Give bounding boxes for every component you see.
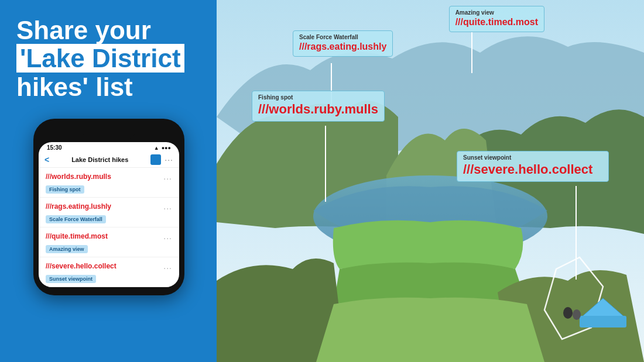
svg-point-4: [573, 309, 581, 320]
item-dots-4[interactable]: ···: [163, 263, 172, 273]
left-panel: Share your 'Lake District hikes' list 15…: [0, 0, 217, 362]
list-item-content-3: ///quite.timed.most Amazing view: [46, 232, 160, 253]
right-panel: Scale Force Waterfall ///rags.eating.lus…: [217, 0, 644, 362]
list-title: Lake District hikes: [53, 156, 147, 163]
phone-body: 15:30 ▲ ●●● < Lake District hikes ···: [33, 119, 184, 295]
phone-list: ///worlds.ruby.mulls Fishing spot ··· //…: [39, 168, 179, 287]
callout-w3w-scale-force: ///rags.eating.lushly: [299, 42, 386, 52]
w3w-address-2: ///rags.eating.lushly: [46, 202, 160, 211]
headline: Share your 'Lake District hikes' list: [16, 16, 184, 101]
tag-3: Amazing view: [46, 245, 88, 253]
phone-notch: [83, 127, 135, 140]
item-dots-1[interactable]: ···: [163, 174, 172, 183]
tag-4: Sunset viewpoint: [46, 275, 96, 283]
connector-sunset: [576, 186, 577, 280]
callout-scale-force: Scale Force Waterfall ///rags.eating.lus…: [293, 30, 393, 57]
connector-amazing-view: [471, 32, 472, 73]
phone-nav-bar: < Lake District hikes ···: [39, 152, 179, 168]
callout-w3w-amazing-view: ///quite.timed.most: [455, 17, 538, 27]
list-item[interactable]: ///severe.hello.collect Sunset viewpoint…: [39, 257, 179, 287]
callout-label-fishing-spot: Fishing spot: [258, 94, 378, 101]
headline-line3: hikes' list: [16, 73, 133, 101]
headline-line1: Share your: [16, 16, 151, 44]
list-item[interactable]: ///worlds.ruby.mulls Fishing spot ···: [39, 168, 179, 198]
callout-w3w-fishing-spot: ///worlds.ruby.mulls: [258, 102, 378, 117]
list-item[interactable]: ///quite.timed.most Amazing view ···: [39, 227, 179, 257]
phone-screen: 15:30 ▲ ●●● < Lake District hikes ···: [39, 142, 179, 287]
phone-time: 15:30: [47, 144, 62, 151]
callout-fishing-spot: Fishing spot ///worlds.ruby.mulls: [252, 91, 385, 122]
w3w-address-4: ///severe.hello.collect: [46, 262, 160, 270]
list-item[interactable]: ///rags.eating.lushly Scale Force Waterf…: [39, 198, 179, 227]
more-options-button[interactable]: ···: [165, 155, 173, 164]
callout-sunset-viewpoint: Sunset viewpoint ///severe.hello.collect: [457, 151, 609, 182]
tag-2: Scale Force Waterfall: [46, 215, 106, 223]
w3w-address-3: ///quite.timed.most: [46, 232, 160, 240]
tag-1: Fishing spot: [46, 185, 84, 194]
signal-icon: ●●●: [162, 145, 171, 151]
wifi-icon: ▲: [154, 145, 159, 151]
list-item-content-2: ///rags.eating.lushly Scale Force Waterf…: [46, 202, 160, 223]
back-button[interactable]: <: [44, 155, 49, 164]
list-icon-box: [150, 154, 161, 165]
list-item-content-4: ///severe.hello.collect Sunset viewpoint: [46, 262, 160, 283]
status-icons: ▲ ●●●: [154, 145, 171, 151]
callout-amazing-view: Amazing view ///quite.timed.most: [449, 6, 544, 32]
phone-status-bar: 15:30 ▲ ●●●: [39, 142, 179, 152]
callout-w3w-sunset: ///severe.hello.collect: [463, 162, 602, 177]
w3w-address-1: ///worlds.ruby.mulls: [46, 173, 160, 181]
svg-point-3: [563, 307, 573, 319]
phone-mockup: 15:30 ▲ ●●● < Lake District hikes ···: [33, 119, 186, 295]
item-dots-2[interactable]: ···: [163, 204, 172, 213]
item-dots-3[interactable]: ···: [163, 233, 172, 243]
callout-label-scale-force: Scale Force Waterfall: [299, 34, 386, 40]
svg-rect-2: [580, 316, 626, 327]
headline-line2: 'Lake District: [16, 44, 184, 73]
callout-label-amazing-view: Amazing view: [455, 9, 538, 16]
list-item-content-1: ///worlds.ruby.mulls Fishing spot: [46, 173, 160, 194]
connector-fishing-spot: [325, 126, 326, 202]
callout-label-sunset: Sunset viewpoint: [463, 154, 602, 161]
